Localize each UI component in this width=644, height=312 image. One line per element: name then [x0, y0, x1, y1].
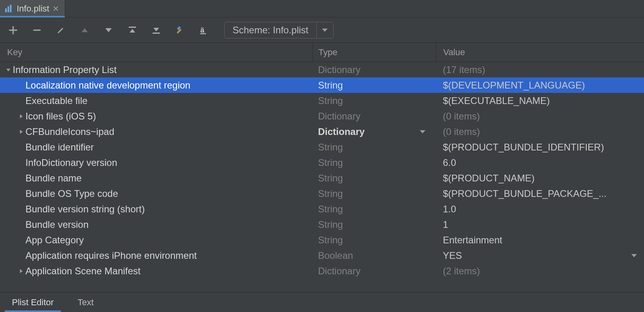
svg-rect-7: [200, 33, 206, 34]
plist-row[interactable]: Bundle version string (short)String1.0: [0, 201, 644, 217]
move-to-bottom-button[interactable]: [150, 24, 162, 36]
row-value[interactable]: 1: [436, 219, 644, 230]
row-key: Bundle OS Type code: [25, 188, 118, 199]
row-value[interactable]: (2 items): [436, 266, 644, 277]
edit-button[interactable]: [55, 24, 67, 36]
row-type[interactable]: String: [312, 173, 436, 184]
svg-rect-3: [129, 27, 136, 28]
row-key: CFBundleIcons~ipad: [25, 126, 114, 137]
chevron-down-icon[interactable]: [4, 67, 13, 73]
close-icon[interactable]: ✕: [52, 5, 59, 13]
plist-row[interactable]: Application Scene ManifestDictionary(2 i…: [0, 263, 644, 279]
row-type[interactable]: Boolean: [312, 250, 436, 261]
row-type[interactable]: String: [312, 80, 436, 91]
tab-text[interactable]: Text: [66, 293, 105, 312]
svg-rect-1: [8, 6, 9, 12]
row-type[interactable]: Dictionary: [312, 126, 436, 137]
row-type[interactable]: String: [312, 142, 436, 153]
row-key: Bundle identifier: [25, 142, 94, 153]
plist-row[interactable]: CFBundleIcons~ipadDictionary(0 items): [0, 124, 644, 139]
editor-tab-strip: Info.plist ✕: [0, 0, 644, 17]
row-key: Bundle version: [25, 219, 89, 230]
row-value[interactable]: $(PRODUCT_BUNDLE_PACKAGE_...: [436, 188, 644, 199]
chevron-down-icon[interactable]: [631, 254, 637, 257]
chevron-right-icon[interactable]: [17, 268, 25, 274]
active-tab-indicator: [0, 16, 65, 17]
plist-row[interactable]: App CategoryStringEntertainment: [0, 232, 644, 248]
hammer-icon[interactable]: [174, 24, 186, 36]
scheme-label: Scheme: Info.plist: [225, 22, 316, 38]
remove-button[interactable]: [31, 24, 43, 36]
plist-row[interactable]: Bundle nameString$(PRODUCT_NAME): [0, 170, 644, 186]
svg-rect-4: [153, 33, 160, 34]
row-type[interactable]: String: [312, 95, 436, 106]
row-value[interactable]: $(EXECUTABLE_NAME): [436, 95, 644, 106]
row-key: Application Scene Manifest: [25, 266, 141, 277]
row-key: Localization native development region: [25, 80, 190, 91]
plist-row[interactable]: Bundle OS Type codeString$(PRODUCT_BUNDL…: [0, 186, 644, 201]
move-to-top-button[interactable]: [126, 24, 138, 36]
header-type[interactable]: Type: [312, 43, 436, 62]
row-type[interactable]: String: [312, 204, 436, 215]
row-value[interactable]: $(DEVELOPMENT_LANGUAGE): [436, 80, 644, 91]
plist-toolbar: ä Scheme: Info.plist: [0, 17, 644, 43]
row-value[interactable]: $(PRODUCT_NAME): [436, 173, 644, 184]
row-type[interactable]: String: [312, 235, 436, 246]
file-tab-label: Info.plist: [17, 4, 49, 14]
row-key: Executable file: [25, 95, 87, 106]
row-value[interactable]: 6.0: [436, 157, 644, 168]
row-value[interactable]: Entertainment: [436, 235, 644, 246]
chevron-down-icon[interactable]: [420, 130, 425, 133]
plist-row[interactable]: Application requires iPhone environmentB…: [0, 248, 644, 263]
add-button[interactable]: [7, 24, 19, 36]
row-type[interactable]: Dictionary: [312, 266, 436, 277]
row-value[interactable]: 1.0: [436, 204, 644, 215]
svg-text:ä: ä: [200, 26, 205, 34]
row-key: InfoDictionary version: [25, 157, 117, 168]
header-key[interactable]: Key: [0, 47, 312, 58]
plist-row[interactable]: Icon files (iOS 5)Dictionary(0 items): [0, 108, 644, 124]
row-value[interactable]: (17 items): [436, 64, 644, 75]
row-type[interactable]: Dictionary: [312, 111, 436, 122]
plist-row[interactable]: Localization native development regionSt…: [0, 77, 644, 93]
plist-root-row[interactable]: Information Property List Dictionary (17…: [0, 62, 644, 77]
row-key: App Category: [25, 235, 84, 246]
plist-row[interactable]: Executable fileString$(EXECUTABLE_NAME): [0, 93, 644, 108]
row-type[interactable]: String: [312, 219, 436, 230]
svg-rect-0: [5, 8, 7, 12]
row-type[interactable]: String: [312, 157, 436, 168]
header-value[interactable]: Value: [436, 43, 644, 62]
chevron-down-icon: [322, 29, 328, 32]
row-key: Application requires iPhone environment: [25, 250, 197, 261]
tab-plist-editor[interactable]: Plist Editor: [0, 293, 66, 312]
row-value[interactable]: $(PRODUCT_BUNDLE_IDENTIFIER): [436, 142, 644, 153]
row-type[interactable]: Dictionary: [312, 64, 436, 75]
row-type[interactable]: String: [312, 188, 436, 199]
chevron-right-icon[interactable]: [17, 114, 25, 119]
svg-rect-2: [10, 5, 12, 12]
row-key: Bundle version string (short): [25, 204, 145, 215]
column-headers: Key Type Value: [0, 43, 644, 62]
file-tab-info-plist[interactable]: Info.plist ✕: [0, 0, 65, 17]
chevron-right-icon[interactable]: [17, 129, 25, 135]
plist-row[interactable]: InfoDictionary versionString6.0: [0, 155, 644, 170]
row-key: Information Property List: [13, 64, 116, 75]
show-raw-keys-button[interactable]: ä: [198, 24, 210, 36]
plist-row[interactable]: Bundle identifierString$(PRODUCT_BUNDLE_…: [0, 139, 644, 155]
move-down-button[interactable]: [103, 24, 114, 36]
row-value[interactable]: (0 items): [436, 111, 644, 122]
plist-tree: Information Property List Dictionary (17…: [0, 62, 644, 279]
plist-file-icon: [4, 4, 14, 13]
row-value[interactable]: (0 items): [436, 126, 644, 137]
plist-row[interactable]: Bundle versionString1: [0, 217, 644, 232]
row-key: Bundle name: [25, 173, 81, 184]
move-up-button[interactable]: [79, 24, 91, 36]
row-key: Icon files (iOS 5): [25, 111, 96, 122]
scheme-dropdown-arrow[interactable]: [316, 22, 333, 38]
row-value[interactable]: YES: [436, 250, 644, 261]
editor-mode-tabs: Plist Editor Text: [0, 292, 644, 312]
scheme-selector[interactable]: Scheme: Info.plist: [224, 22, 334, 39]
